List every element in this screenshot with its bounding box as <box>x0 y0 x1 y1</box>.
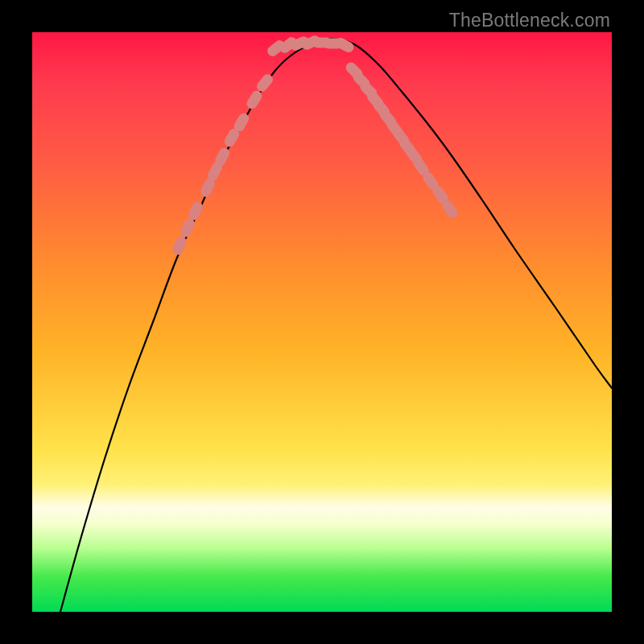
marker-group <box>178 41 452 250</box>
data-marker <box>448 205 452 213</box>
data-marker <box>186 224 190 232</box>
data-marker <box>178 242 181 250</box>
bottleneck-curve <box>60 39 612 612</box>
data-marker <box>213 167 217 175</box>
data-marker <box>206 184 210 192</box>
data-marker <box>262 80 268 87</box>
data-marker <box>194 207 198 215</box>
plot-area <box>32 32 612 612</box>
chart-frame: TheBottleneck.com <box>0 0 644 644</box>
data-marker <box>229 134 233 142</box>
data-marker <box>411 152 417 159</box>
data-marker <box>341 43 349 47</box>
data-marker <box>252 96 257 103</box>
data-marker <box>428 178 433 185</box>
data-marker <box>419 163 423 171</box>
curve-svg <box>32 32 612 612</box>
watermark-text: TheBottleneck.com <box>449 10 610 31</box>
data-marker <box>239 118 243 126</box>
data-marker <box>273 46 280 52</box>
data-marker <box>438 192 443 199</box>
data-marker <box>221 153 225 161</box>
